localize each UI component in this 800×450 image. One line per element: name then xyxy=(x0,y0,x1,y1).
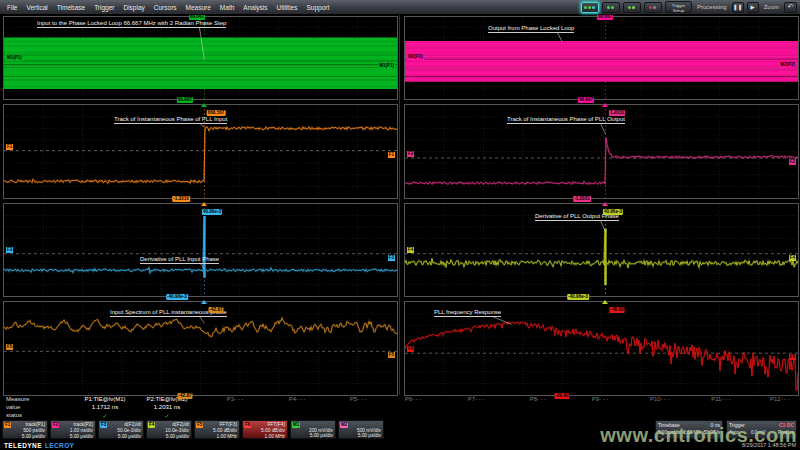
measure-tool-icon[interactable] xyxy=(602,2,620,13)
trace-tab-F6: F6 xyxy=(244,422,251,428)
zoom-label: Zoom xyxy=(764,4,779,10)
trace-tab-F1: F1 xyxy=(4,422,11,428)
grid-panel-F5[interactable]: Input Spectrum of PLL instantaneous phas… xyxy=(3,301,398,396)
pause-button[interactable]: ❚❚ xyxy=(732,2,744,13)
cursor-readout-bottom-M1: 66.667 xyxy=(177,97,193,103)
annotation-M1: Input to the Phase Locked Loop 66.667 MH… xyxy=(37,20,226,28)
annotation-F3: Derivative of PLL Input Phase xyxy=(140,256,219,264)
measure-param-4[interactable]: P4- - - xyxy=(289,396,306,402)
toolbar: Trigger Setup Processing ❚❚ ▶ Zoom ↶ xyxy=(581,1,800,13)
menu-item-display[interactable]: Display xyxy=(123,4,144,11)
trace-scale-F6-2: 1.00 MHz xyxy=(244,434,285,440)
menu-item-support[interactable]: Support xyxy=(306,4,329,11)
cursor-readout-top-F6: -40.00 xyxy=(609,307,624,313)
measure-param-5[interactable]: P5- - - xyxy=(350,396,367,402)
measure-param-8[interactable]: P8- - - xyxy=(530,396,547,402)
cursor-marker-F1[interactable] xyxy=(201,202,207,206)
trace-id-left-F4: F4 xyxy=(407,247,414,253)
stop-tool-icon[interactable] xyxy=(644,2,662,13)
teledyne-lecroy-logo: TELEDYNE LECROY xyxy=(4,442,74,449)
trace-id-right-F6: F6 xyxy=(789,354,796,360)
math-tool-icon[interactable] xyxy=(623,2,641,13)
measure-table: MeasurevaluestatusP1:TIE@lv(M1)1.1712 ns… xyxy=(0,395,800,420)
cursor-marker-M1[interactable] xyxy=(201,103,207,107)
trace-id-right-F2: F2 xyxy=(789,159,796,165)
cursor-marker-F2[interactable] xyxy=(602,202,608,206)
menu-item-trigger[interactable]: Trigger xyxy=(94,4,114,11)
trace-descriptor-F1[interactable]: F1track(P1)500 ps/div5.00 μs/div xyxy=(2,420,48,439)
trace-id-left-M2: M2(P2) xyxy=(407,54,424,60)
trace-id-left-M1: M1(P1) xyxy=(6,55,23,61)
green-dot-icon xyxy=(584,6,587,9)
annotation-F6: PLL frequency Response xyxy=(434,309,501,317)
trace-id-right-M2: M2(P2) xyxy=(779,62,796,68)
measure-param-10[interactable]: P10- - - xyxy=(650,396,670,402)
trace-descriptor-F3[interactable]: F3d(F1)/dt50.0e-3/div5.00 μs/div xyxy=(98,420,144,439)
menu-item-cursors[interactable]: Cursors xyxy=(154,4,177,11)
cursor-marker-F4[interactable] xyxy=(602,300,608,304)
trace-id-right-F3: F3 xyxy=(388,255,395,261)
trigger-setup-line2: Setup xyxy=(666,8,691,13)
trace-scale-M2-2: 5.00 μs/div xyxy=(340,433,381,439)
trace-scale-F2-2: 5.00 μs/div xyxy=(52,434,93,440)
cursor-readout-bottom-F6: -80.00 xyxy=(554,393,569,399)
cursor-readout-top-F2: 1.2031 xyxy=(609,110,625,116)
trace-descriptor-row: F1track(P1)500 ps/div5.00 μs/divF2track(… xyxy=(2,420,384,439)
trace-descriptor-M1[interactable]: M1200 mV/div5.00 μs/div xyxy=(290,420,336,439)
measure-param-9[interactable]: P9- - - xyxy=(592,396,609,402)
trace-descriptor-F5[interactable]: F5FFT(F3)5.00 dB/div1.00 MHz xyxy=(194,420,240,439)
oscilloscope-screen: FileVerticalTimebaseTriggerDisplayCursor… xyxy=(0,0,800,450)
menu-item-math[interactable]: Math xyxy=(220,4,234,11)
grid-panel-F4[interactable]: Derivative of PLL Output PhaseF4F440.96e… xyxy=(404,203,799,297)
grid-panel-M2[interactable]: Output from Phase Locked LoopM2(P2)M2(P2… xyxy=(404,16,799,100)
annotation-F2: Track of Instantaneous Phase of PLL Outp… xyxy=(507,116,625,124)
waveform-svg-M2 xyxy=(405,17,798,99)
trace-scale-F3-2: 5.00 μs/div xyxy=(100,434,141,440)
grid-panel-F6[interactable]: PLL frequency ResponseF6F6-40.00-80.00 xyxy=(404,301,799,396)
trace-descriptor-F6[interactable]: F6FFT(F4)5.00 dB/div1.00 MHz xyxy=(242,420,288,439)
trace-id-right-F1: F1 xyxy=(388,152,395,158)
menu-item-timebase[interactable]: Timebase xyxy=(57,4,85,11)
grid-panel-F2[interactable]: Track of Instantaneous Phase of PLL Outp… xyxy=(404,104,799,199)
trigger-setup-button[interactable]: Trigger Setup xyxy=(665,1,692,13)
trace-scale-M1-2: 5.00 μs/div xyxy=(292,433,333,439)
trace-id-left-F3: F3 xyxy=(6,247,13,253)
trace-tab-F3: F3 xyxy=(100,422,107,428)
measure-param-12[interactable]: P12- - - xyxy=(770,396,790,402)
measure-row-label-status: status xyxy=(6,412,22,418)
measure-param-11[interactable]: P11- - - xyxy=(711,396,731,402)
cursor-readout-bottom-F5: -42.87 xyxy=(177,393,192,399)
menu-item-analysis[interactable]: Analysis xyxy=(243,4,267,11)
measure-row-label-Measure: Measure xyxy=(6,396,29,402)
red-dot-icon xyxy=(649,6,652,9)
cursor-readout-bottom-F2: -1.2031 xyxy=(573,196,591,202)
cursor-marker-M2[interactable] xyxy=(602,103,608,107)
green-dot-icon xyxy=(607,6,610,9)
trace-id-right-M1: M1(P1) xyxy=(378,63,395,69)
measure-param-1[interactable]: P1:TIE@lv(M1) xyxy=(84,396,125,402)
grid-panel-M1[interactable]: Input to the Phase Locked Loop 66.667 MH… xyxy=(3,16,398,100)
trace-descriptor-F4[interactable]: F4d(F2)/dt10.0e-3/div5.00 μs/div xyxy=(146,420,192,439)
play-button[interactable]: ▶ xyxy=(747,2,759,13)
wavescan-tool-icon[interactable] xyxy=(581,2,599,13)
undo-button[interactable]: ↶ xyxy=(784,2,797,13)
grid-column-divider xyxy=(399,15,400,395)
grid-panel-F3[interactable]: Derivative of PLL Input PhaseF3F340.96e-… xyxy=(3,203,398,297)
measure-param-3[interactable]: P3- - - xyxy=(227,396,244,402)
measure-param-6[interactable]: P6- - - xyxy=(405,396,422,402)
trace-tab-F4: F4 xyxy=(148,422,155,428)
trace-tab-F2: F2 xyxy=(52,422,59,428)
trace-id-right-F5: F5 xyxy=(388,352,395,358)
measure-param-7[interactable]: P7- - - xyxy=(468,396,485,402)
menu-item-utilities[interactable]: Utilities xyxy=(277,4,298,11)
trace-descriptor-M2[interactable]: M2500 mV/div5.00 μs/div xyxy=(338,420,384,439)
cursor-readout-bottom-F4: -40.96e-3 xyxy=(567,294,589,300)
cursor-marker-F3[interactable] xyxy=(201,300,207,304)
menu-item-vertical[interactable]: Vertical xyxy=(26,4,47,11)
trace-descriptor-F2[interactable]: F2track(P2)1.00 ns/div5.00 μs/div xyxy=(50,420,96,439)
measure-status-1: ✓ xyxy=(102,412,107,419)
grid-panel-F1[interactable]: Track of Instantaneous Phase of PLL Inpu… xyxy=(3,104,398,199)
menu-item-measure[interactable]: Measure xyxy=(186,4,211,11)
trace-tab-F5: F5 xyxy=(196,422,203,428)
menu-item-file[interactable]: File xyxy=(7,4,17,11)
